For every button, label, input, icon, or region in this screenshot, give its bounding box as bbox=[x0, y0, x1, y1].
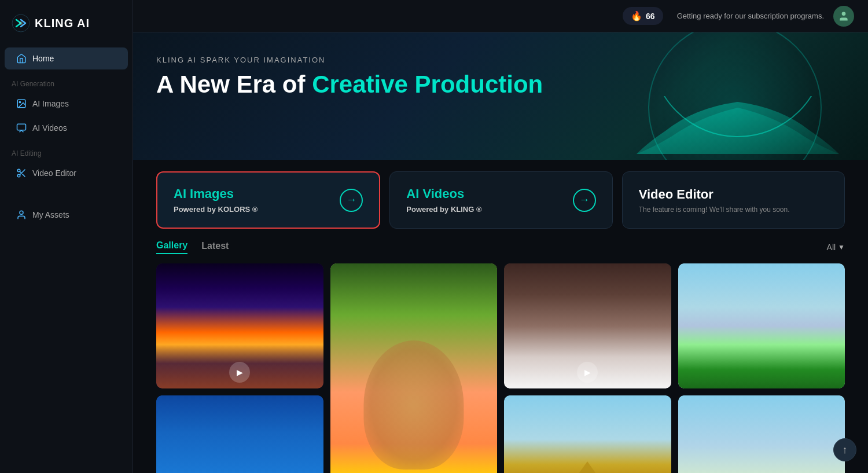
ai-videos-card-title: AI Videos bbox=[406, 186, 572, 201]
ai-videos-feature-card[interactable]: AI Videos Powered by KLING ® → bbox=[389, 171, 612, 229]
sidebar-item-ai-videos-label: AI Videos bbox=[32, 123, 67, 133]
video-editor-card-info: Video Editor The feature is coming! We'l… bbox=[639, 187, 828, 214]
sidebar-item-ai-images-label: AI Images bbox=[32, 99, 69, 108]
svg-line-8 bbox=[23, 174, 25, 177]
hero-wave-icon bbox=[637, 96, 839, 160]
content-area: KLING AI SPARK YOUR IMAGINATION A New Er… bbox=[133, 32, 868, 473]
gallery-tab-latest[interactable]: Latest bbox=[201, 241, 229, 254]
gallery-item-pyramid[interactable]: ▶ bbox=[504, 395, 671, 473]
video-icon bbox=[16, 123, 27, 133]
sidebar-item-home[interactable]: Home bbox=[5, 47, 128, 69]
video-editor-card-title: Video Editor bbox=[639, 187, 828, 202]
gallery-thumb-pyramid: ▶ bbox=[504, 395, 671, 473]
ai-images-feature-card[interactable]: AI Images Powered by KOLORS ® → bbox=[156, 171, 380, 229]
sidebar-item-my-assets[interactable]: My Assets bbox=[5, 204, 128, 226]
topbar: 🔥 66 Getting ready for our subscription … bbox=[133, 0, 868, 32]
svg-line-9 bbox=[20, 171, 21, 173]
image-icon bbox=[16, 98, 27, 109]
fire-icon: 🔥 bbox=[631, 10, 642, 21]
ai-videos-card-subtitle: Powered by KLING ® bbox=[406, 205, 572, 214]
video-editor-feature-card[interactable]: Video Editor The feature is coming! We'l… bbox=[622, 171, 845, 229]
play-button-city[interactable]: ▶ bbox=[229, 362, 250, 383]
ai-videos-card-info: AI Videos Powered by KLING ® bbox=[406, 186, 572, 214]
gallery-tabs: Gallery Latest All ▼ bbox=[156, 240, 845, 254]
section-label-ai-generation: AI Generation bbox=[0, 71, 133, 91]
notification-text: Getting ready for our subscription progr… bbox=[677, 12, 824, 20]
video-editor-card-desc: The feature is coming! We'll share with … bbox=[639, 206, 828, 214]
ai-videos-arrow-button[interactable]: → bbox=[573, 189, 596, 212]
gallery-section: Gallery Latest All ▼ ▶ bbox=[133, 240, 868, 473]
hero-title-cyan: Creative Production bbox=[312, 71, 543, 98]
svg-point-1 bbox=[19, 21, 23, 25]
credits-count: 66 bbox=[646, 12, 655, 21]
svg-rect-4 bbox=[17, 124, 26, 130]
gallery-thumb-windmill bbox=[678, 395, 845, 473]
avatar[interactable] bbox=[833, 6, 854, 27]
sidebar-item-my-assets-label: My Assets bbox=[32, 210, 69, 219]
sidebar: KLING AI Home AI Generation AI Images bbox=[0, 0, 133, 473]
gallery-thumb-horse bbox=[678, 263, 845, 388]
gallery-item-pour[interactable]: ▶ bbox=[504, 263, 671, 388]
gallery-item-horse[interactable] bbox=[678, 263, 845, 388]
svg-point-3 bbox=[19, 101, 20, 102]
svg-point-10 bbox=[20, 211, 23, 214]
home-icon bbox=[16, 53, 27, 64]
gallery-item-windmill[interactable] bbox=[678, 395, 845, 473]
gallery-grid: ▶ ▶ bbox=[156, 263, 845, 473]
ai-images-arrow-button[interactable]: → bbox=[340, 189, 363, 212]
section-label-ai-editing: AI Editing bbox=[0, 140, 133, 161]
feature-cards-section: AI Images Powered by KOLORS ® → AI Video… bbox=[133, 160, 868, 240]
gallery-thumb-pour: ▶ bbox=[504, 263, 671, 388]
scissors-icon bbox=[16, 168, 27, 178]
sidebar-item-ai-videos[interactable]: AI Videos bbox=[5, 117, 128, 139]
gallery-thumb-city2 bbox=[156, 395, 323, 473]
gallery-thumb-city: ▶ bbox=[156, 263, 323, 388]
gallery-filter-label: All bbox=[827, 243, 836, 252]
gallery-item-city-night[interactable]: ▶ bbox=[156, 263, 323, 388]
gallery-filter-dropdown[interactable]: All ▼ bbox=[827, 243, 845, 252]
hero-title-white: A New Era of bbox=[156, 71, 306, 98]
sidebar-item-ai-images[interactable]: AI Images bbox=[5, 93, 128, 115]
ai-images-card-info: AI Images Powered by KOLORS ® bbox=[174, 186, 340, 214]
gallery-item-cat[interactable] bbox=[330, 263, 498, 473]
sidebar-item-home-label: Home bbox=[32, 54, 54, 63]
gallery-tab-gallery[interactable]: Gallery bbox=[156, 240, 187, 254]
sidebar-item-video-editor-label: Video Editor bbox=[32, 168, 76, 178]
section-label-my-assets bbox=[0, 190, 133, 203]
gallery-item-city2[interactable] bbox=[156, 395, 323, 473]
gallery-thumb-cat bbox=[330, 263, 498, 473]
scroll-to-top-button[interactable]: ↑ bbox=[833, 438, 856, 461]
credits-badge[interactable]: 🔥 66 bbox=[623, 7, 663, 25]
ai-images-card-subtitle: Powered by KOLORS ® bbox=[174, 205, 340, 214]
play-button-pour[interactable]: ▶ bbox=[577, 362, 598, 383]
sidebar-item-video-editor[interactable]: Video Editor bbox=[5, 162, 128, 184]
chevron-down-icon: ▼ bbox=[838, 243, 845, 251]
logo: KLING AI bbox=[0, 9, 133, 46]
main-area: 🔥 66 Getting ready for our subscription … bbox=[133, 0, 868, 473]
svg-point-11 bbox=[842, 12, 846, 16]
ai-images-card-title: AI Images bbox=[174, 186, 340, 201]
hero-banner: KLING AI SPARK YOUR IMAGINATION A New Er… bbox=[133, 32, 868, 160]
user-icon bbox=[16, 210, 27, 220]
logo-text: KLING AI bbox=[35, 17, 90, 30]
kling-logo-icon bbox=[12, 14, 30, 32]
